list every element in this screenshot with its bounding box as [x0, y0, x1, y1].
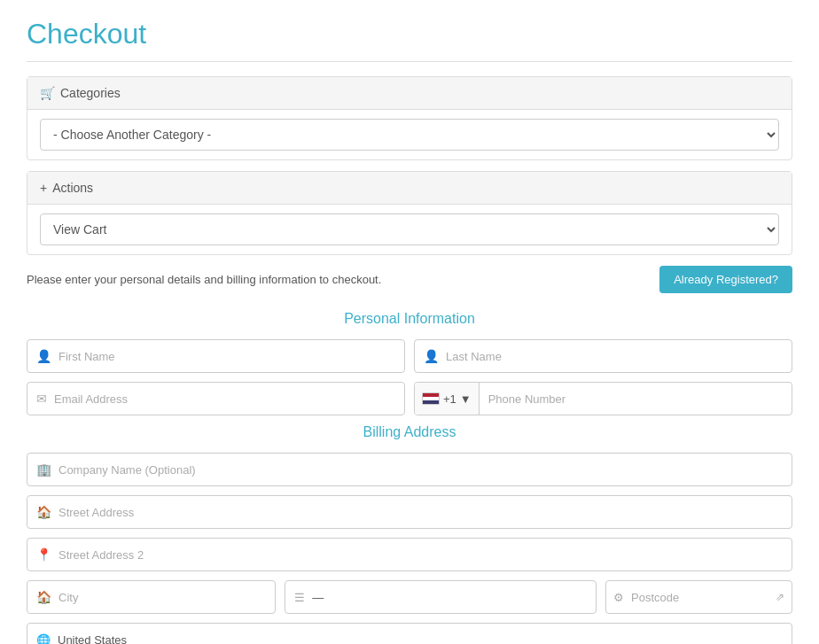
phone-prefix[interactable]: +1 ▼ — [415, 383, 480, 415]
first-name-input[interactable] — [58, 350, 395, 363]
person-icon-2: 👤 — [424, 349, 439, 363]
street1-col: 🏠 — [27, 495, 792, 529]
address-icon: 🏠 — [36, 505, 51, 519]
country-wrapper: 🌐 United States — [27, 623, 792, 644]
city-icon: 🏠 — [36, 590, 51, 604]
actions-header: + Actions — [27, 172, 792, 205]
person-icon: 👤 — [36, 349, 51, 363]
state-col: ☰ — [285, 580, 597, 614]
company-input[interactable] — [58, 463, 783, 477]
city-col: 🏠 — [27, 580, 276, 614]
state-icon: ☰ — [294, 591, 305, 604]
email-input[interactable] — [54, 392, 395, 406]
instruction-text: Please enter your personal details and b… — [27, 273, 381, 286]
categories-label: Categories — [60, 86, 121, 100]
street1-input[interactable] — [58, 506, 783, 519]
country-row: 🌐 United States — [27, 623, 792, 644]
building-icon: 🏢 — [36, 462, 51, 477]
country-value: United States — [58, 633, 127, 645]
dropdown-chevron: ▼ — [460, 392, 472, 406]
email-icon: ✉ — [36, 392, 47, 406]
city-wrapper: 🏠 — [27, 580, 276, 614]
actions-panel: + Actions View Cart — [27, 171, 792, 255]
state-wrapper: ☰ — [285, 580, 597, 614]
email-col: ✉ — [27, 382, 405, 415]
phone-input[interactable] — [480, 392, 792, 406]
first-name-wrapper: 👤 — [27, 339, 405, 373]
billing-address-title: Billing Address — [27, 424, 792, 440]
already-registered-button[interactable]: Already Registered? — [659, 266, 792, 293]
categories-body: - Choose Another Category - — [27, 110, 792, 159]
country-code: +1 — [443, 392, 456, 406]
postcode-col: ⚙ ⇗ — [605, 580, 792, 614]
company-col: 🏢 — [27, 453, 792, 486]
street1-wrapper: 🏠 — [27, 495, 792, 529]
last-name-wrapper: 👤 — [414, 339, 792, 373]
cart-icon: 🛒 — [40, 86, 55, 100]
actions-label: Actions — [52, 181, 93, 195]
company-row: 🏢 — [27, 453, 792, 486]
instruction-row: Please enter your personal details and b… — [27, 266, 792, 293]
personal-info-title: Personal Information — [27, 311, 792, 327]
street2-input[interactable] — [58, 548, 783, 562]
category-select[interactable]: - Choose Another Category - — [40, 119, 779, 151]
categories-header: 🛒 Categories — [27, 77, 792, 110]
country-col: 🌐 United States — [27, 623, 792, 644]
title-divider — [27, 61, 792, 62]
phone-col: +1 ▼ — [414, 382, 792, 415]
state-input[interactable] — [312, 591, 587, 604]
categories-panel: 🛒 Categories - Choose Another Category - — [27, 76, 792, 160]
last-name-col: 👤 — [414, 339, 792, 373]
globe-icon: 🌐 — [36, 633, 51, 645]
name-row: 👤 👤 — [27, 339, 792, 373]
email-wrapper: ✉ — [27, 382, 405, 415]
city-state-post-row: 🏠 ☰ ⚙ ⇗ — [27, 580, 792, 614]
postcode-wrapper: ⚙ ⇗ — [605, 580, 792, 614]
phone-wrapper: +1 ▼ — [414, 382, 792, 415]
us-flag-icon — [422, 392, 440, 405]
actions-body: View Cart — [27, 205, 792, 254]
plus-icon: + — [40, 181, 47, 195]
first-name-col: 👤 — [27, 339, 405, 373]
last-name-input[interactable] — [446, 350, 783, 363]
street2-wrapper: 📍 — [27, 538, 792, 571]
actions-select[interactable]: View Cart — [40, 213, 779, 245]
postcode-input[interactable] — [631, 591, 772, 604]
street2-row: 📍 — [27, 538, 792, 571]
company-wrapper: 🏢 — [27, 453, 792, 486]
pin-icon: 📍 — [36, 547, 51, 562]
contact-row: ✉ +1 ▼ — [27, 382, 792, 415]
city-input[interactable] — [58, 591, 266, 604]
street2-col: 📍 — [27, 538, 792, 571]
expand-icon: ⇗ — [776, 591, 784, 603]
postcode-icon: ⚙ — [613, 591, 624, 604]
page-title: Checkout — [27, 18, 792, 50]
street1-row: 🏠 — [27, 495, 792, 529]
